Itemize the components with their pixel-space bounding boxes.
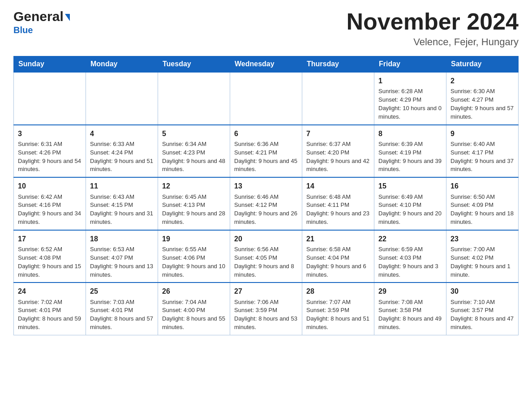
- calendar-cell: 11Sunrise: 6:43 AMSunset: 4:15 PMDayligh…: [86, 177, 158, 230]
- day-number: 18: [90, 234, 154, 244]
- calendar-cell: 23Sunrise: 7:00 AMSunset: 4:02 PMDayligh…: [446, 230, 519, 283]
- day-number: 4: [90, 128, 154, 139]
- day-info: Sunrise: 6:36 AMSunset: 4:21 PMDaylight:…: [234, 140, 298, 174]
- day-info: Sunrise: 6:52 AMSunset: 4:08 PMDaylight:…: [18, 245, 82, 279]
- week-row-4: 17Sunrise: 6:52 AMSunset: 4:08 PMDayligh…: [14, 230, 519, 283]
- day-number: 21: [306, 234, 370, 244]
- calendar-subtitle: Velence, Fejer, Hungary: [347, 36, 519, 48]
- calendar-cell: 6Sunrise: 6:36 AMSunset: 4:21 PMDaylight…: [230, 125, 302, 178]
- calendar-cell: 7Sunrise: 6:37 AMSunset: 4:20 PMDaylight…: [302, 125, 374, 178]
- calendar-title-area: November 2024 Velence, Fejer, Hungary: [347, 9, 519, 48]
- day-info: Sunrise: 6:43 AMSunset: 4:15 PMDaylight:…: [90, 193, 154, 227]
- day-info: Sunrise: 6:30 AMSunset: 4:27 PMDaylight:…: [450, 87, 514, 121]
- day-number: 1: [378, 76, 442, 86]
- day-number: 16: [450, 181, 514, 191]
- day-number: 14: [306, 181, 370, 191]
- calendar-cell: 22Sunrise: 6:59 AMSunset: 4:03 PMDayligh…: [374, 230, 446, 283]
- logo-arrow-icon: [65, 14, 70, 21]
- day-info: Sunrise: 6:28 AMSunset: 4:29 PMDaylight:…: [378, 87, 442, 121]
- day-number: 10: [18, 181, 82, 191]
- day-header-friday: Friday: [374, 56, 446, 73]
- day-number: 12: [162, 181, 226, 191]
- calendar-cell: 15Sunrise: 6:49 AMSunset: 4:10 PMDayligh…: [374, 177, 446, 230]
- calendar-cell: 9Sunrise: 6:40 AMSunset: 4:17 PMDaylight…: [446, 125, 519, 178]
- calendar-cell: 26Sunrise: 7:04 AMSunset: 4:00 PMDayligh…: [158, 283, 230, 335]
- day-info: Sunrise: 7:06 AMSunset: 3:59 PMDaylight:…: [234, 298, 298, 332]
- calendar-cell: 28Sunrise: 7:07 AMSunset: 3:59 PMDayligh…: [302, 283, 374, 335]
- day-number: 5: [162, 128, 226, 139]
- calendar-cell: [158, 72, 230, 125]
- calendar-cell: [86, 72, 158, 125]
- day-info: Sunrise: 6:46 AMSunset: 4:12 PMDaylight:…: [234, 193, 298, 227]
- logo-general-text: General: [13, 9, 64, 24]
- day-info: Sunrise: 7:00 AMSunset: 4:02 PMDaylight:…: [450, 245, 514, 279]
- calendar-cell: 30Sunrise: 7:10 AMSunset: 3:57 PMDayligh…: [446, 283, 519, 335]
- calendar-cell: 10Sunrise: 6:42 AMSunset: 4:16 PMDayligh…: [14, 177, 86, 230]
- day-number: 6: [234, 128, 298, 139]
- calendar-cell: 14Sunrise: 6:48 AMSunset: 4:11 PMDayligh…: [302, 177, 374, 230]
- calendar-cell: 21Sunrise: 6:58 AMSunset: 4:04 PMDayligh…: [302, 230, 374, 283]
- day-number: 20: [234, 234, 298, 244]
- day-number: 2: [450, 76, 514, 86]
- day-info: Sunrise: 6:33 AMSunset: 4:24 PMDaylight:…: [90, 140, 154, 174]
- calendar-cell: 19Sunrise: 6:55 AMSunset: 4:06 PMDayligh…: [158, 230, 230, 283]
- day-info: Sunrise: 6:49 AMSunset: 4:10 PMDaylight:…: [378, 193, 442, 227]
- calendar-cell: 4Sunrise: 6:33 AMSunset: 4:24 PMDaylight…: [86, 125, 158, 178]
- calendar-cell: 3Sunrise: 6:31 AMSunset: 4:26 PMDaylight…: [14, 125, 86, 178]
- calendar-table: SundayMondayTuesdayWednesdayThursdayFrid…: [13, 56, 519, 335]
- calendar-cell: 13Sunrise: 6:46 AMSunset: 4:12 PMDayligh…: [230, 177, 302, 230]
- day-header-monday: Monday: [86, 56, 158, 73]
- calendar-header-row: SundayMondayTuesdayWednesdayThursdayFrid…: [14, 56, 519, 73]
- day-info: Sunrise: 6:58 AMSunset: 4:04 PMDaylight:…: [306, 245, 370, 279]
- calendar-title: November 2024: [347, 9, 519, 34]
- calendar-cell: 12Sunrise: 6:45 AMSunset: 4:13 PMDayligh…: [158, 177, 230, 230]
- calendar-cell: [230, 72, 302, 125]
- day-info: Sunrise: 6:53 AMSunset: 4:07 PMDaylight:…: [90, 245, 154, 279]
- week-row-1: 1Sunrise: 6:28 AMSunset: 4:29 PMDaylight…: [14, 72, 519, 125]
- day-info: Sunrise: 6:50 AMSunset: 4:09 PMDaylight:…: [450, 193, 514, 227]
- day-number: 19: [162, 234, 226, 244]
- day-info: Sunrise: 7:03 AMSunset: 4:01 PMDaylight:…: [90, 298, 154, 332]
- day-info: Sunrise: 6:55 AMSunset: 4:06 PMDaylight:…: [162, 245, 226, 279]
- day-number: 29: [378, 286, 442, 296]
- calendar-cell: 2Sunrise: 6:30 AMSunset: 4:27 PMDaylight…: [446, 72, 519, 125]
- week-row-3: 10Sunrise: 6:42 AMSunset: 4:16 PMDayligh…: [14, 177, 519, 230]
- day-number: 28: [306, 286, 370, 296]
- day-number: 7: [306, 128, 370, 139]
- page-header: General Blue November 2024 Velence, Feje…: [13, 9, 519, 48]
- day-info: Sunrise: 7:07 AMSunset: 3:59 PMDaylight:…: [306, 298, 370, 332]
- day-number: 27: [234, 286, 298, 296]
- calendar-cell: 18Sunrise: 6:53 AMSunset: 4:07 PMDayligh…: [86, 230, 158, 283]
- day-header-wednesday: Wednesday: [230, 56, 302, 73]
- calendar-cell: 20Sunrise: 6:56 AMSunset: 4:05 PMDayligh…: [230, 230, 302, 283]
- day-header-saturday: Saturday: [446, 56, 519, 73]
- day-number: 22: [378, 234, 442, 244]
- day-number: 13: [234, 181, 298, 191]
- calendar-cell: 29Sunrise: 7:08 AMSunset: 3:58 PMDayligh…: [374, 283, 446, 335]
- day-info: Sunrise: 6:45 AMSunset: 4:13 PMDaylight:…: [162, 193, 226, 227]
- day-header-sunday: Sunday: [14, 56, 86, 73]
- day-info: Sunrise: 6:42 AMSunset: 4:16 PMDaylight:…: [18, 193, 82, 227]
- calendar-cell: [302, 72, 374, 125]
- day-header-tuesday: Tuesday: [158, 56, 230, 73]
- day-number: 9: [450, 128, 514, 139]
- day-info: Sunrise: 7:02 AMSunset: 4:01 PMDaylight:…: [18, 298, 82, 332]
- day-number: 26: [162, 286, 226, 296]
- logo-blue-text: Blue: [13, 25, 33, 35]
- calendar-cell: 8Sunrise: 6:39 AMSunset: 4:19 PMDaylight…: [374, 125, 446, 178]
- day-info: Sunrise: 7:10 AMSunset: 3:57 PMDaylight:…: [450, 298, 514, 332]
- calendar-cell: 16Sunrise: 6:50 AMSunset: 4:09 PMDayligh…: [446, 177, 519, 230]
- calendar-cell: [14, 72, 86, 125]
- calendar-cell: 17Sunrise: 6:52 AMSunset: 4:08 PMDayligh…: [14, 230, 86, 283]
- day-info: Sunrise: 7:08 AMSunset: 3:58 PMDaylight:…: [378, 298, 442, 332]
- logo: General Blue: [13, 9, 70, 35]
- week-row-5: 24Sunrise: 7:02 AMSunset: 4:01 PMDayligh…: [14, 283, 519, 335]
- day-info: Sunrise: 6:48 AMSunset: 4:11 PMDaylight:…: [306, 193, 370, 227]
- day-info: Sunrise: 6:31 AMSunset: 4:26 PMDaylight:…: [18, 140, 82, 174]
- day-info: Sunrise: 6:37 AMSunset: 4:20 PMDaylight:…: [306, 140, 370, 174]
- calendar-cell: 24Sunrise: 7:02 AMSunset: 4:01 PMDayligh…: [14, 283, 86, 335]
- day-number: 15: [378, 181, 442, 191]
- day-number: 25: [90, 286, 154, 296]
- calendar-cell: 27Sunrise: 7:06 AMSunset: 3:59 PMDayligh…: [230, 283, 302, 335]
- day-number: 8: [378, 128, 442, 139]
